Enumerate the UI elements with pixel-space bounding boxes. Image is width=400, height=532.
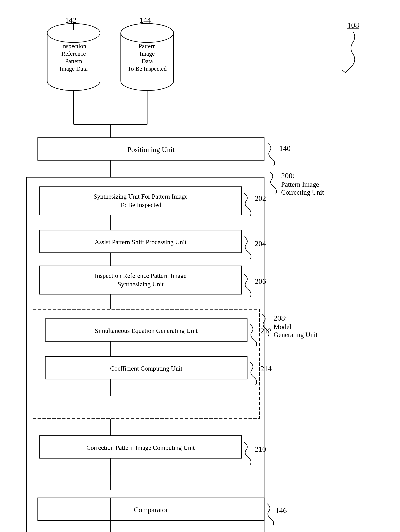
svg-text:202: 202: [255, 194, 266, 203]
svg-text:214: 214: [260, 364, 272, 373]
svg-text:208:: 208:: [274, 314, 287, 322]
svg-text:140: 140: [279, 144, 290, 152]
svg-text:Correction Pattern Image Compu: Correction Pattern Image Computing Unit: [86, 444, 195, 451]
svg-text:Generating Unit: Generating Unit: [274, 331, 317, 338]
svg-text:Positioning Unit: Positioning Unit: [127, 146, 175, 153]
svg-text:Pattern: Pattern: [139, 43, 156, 49]
svg-text:Inspection: Inspection: [61, 43, 86, 49]
svg-text:Synthesizing Unit: Synthesizing Unit: [117, 281, 164, 288]
svg-text:Inspection Reference Pattern I: Inspection Reference Pattern Image: [95, 272, 187, 279]
svg-text:142: 142: [65, 16, 77, 24]
svg-text:144: 144: [140, 16, 151, 24]
svg-text:Assist Pattern Shift Processin: Assist Pattern Shift Processing Unit: [95, 239, 187, 246]
svg-text:212: 212: [260, 327, 272, 335]
svg-text:206: 206: [255, 277, 266, 285]
svg-line-26: [342, 70, 345, 73]
svg-text:Coefficient Computing Unit: Coefficient Computing Unit: [110, 365, 182, 372]
svg-text:Comparator: Comparator: [134, 506, 168, 514]
svg-text:204: 204: [255, 239, 266, 248]
diagram: 142 144 Inspection Reference Pattern Ima…: [0, 0, 400, 532]
svg-rect-49: [40, 266, 241, 294]
svg-text:Synthesizing Unit For Pattern : Synthesizing Unit For Pattern Image: [94, 193, 188, 200]
svg-text:Correcting Unit: Correcting Unit: [281, 189, 324, 196]
svg-text:To Be Inspected: To Be Inspected: [128, 65, 167, 72]
svg-text:To Be Inspected: To Be Inspected: [120, 201, 161, 208]
svg-text:Reference: Reference: [61, 50, 86, 57]
svg-text:Pattern Image: Pattern Image: [281, 181, 319, 188]
svg-text:Image: Image: [140, 50, 155, 57]
svg-text:Image Data: Image Data: [60, 65, 88, 72]
svg-text:Model: Model: [274, 323, 291, 331]
svg-text:Data: Data: [142, 58, 153, 64]
svg-text:146: 146: [276, 506, 287, 515]
svg-text:108: 108: [347, 21, 359, 30]
svg-line-27: [345, 70, 349, 73]
svg-text:Simultaneous Equation Generati: Simultaneous Equation Generating Unit: [95, 327, 198, 334]
svg-text:200:: 200:: [281, 171, 295, 180]
diagram-svg: 142 144 Inspection Reference Pattern Ima…: [0, 0, 400, 532]
svg-rect-40: [40, 187, 241, 215]
svg-text:210: 210: [255, 445, 266, 453]
svg-text:Pattern: Pattern: [65, 58, 82, 64]
